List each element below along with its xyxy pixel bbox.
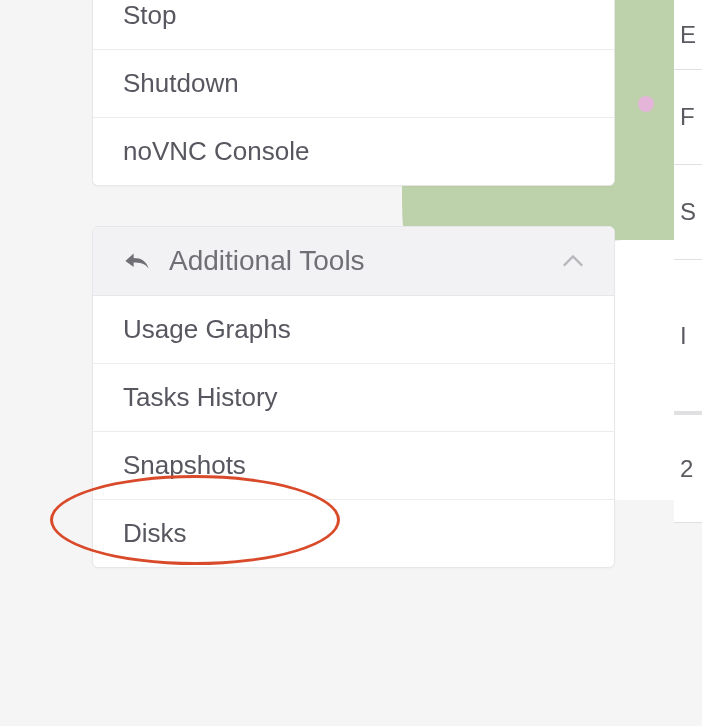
right-row: I <box>674 260 702 415</box>
right-row: 2 <box>674 415 702 523</box>
action-item-label: Shutdown <box>123 68 239 98</box>
additional-tools-panel: Additional Tools Usage Graphs Tasks Hist… <box>92 226 615 568</box>
action-item-label: noVNC Console <box>123 136 309 166</box>
right-row-text: E <box>680 21 696 49</box>
tool-item-label: Snapshots <box>123 450 246 480</box>
right-row: F <box>674 70 702 165</box>
additional-tools-header[interactable]: Additional Tools <box>93 227 614 296</box>
action-item-label: Stop <box>123 0 177 30</box>
additional-tools-title: Additional Tools <box>169 245 365 277</box>
right-row: S <box>674 165 702 260</box>
reply-icon <box>123 249 151 273</box>
right-row: E <box>674 0 702 70</box>
tool-item-disks[interactable]: Disks <box>93 500 614 567</box>
tool-item-usage-graphs[interactable]: Usage Graphs <box>93 296 614 364</box>
action-item-novnc-console[interactable]: noVNC Console <box>93 118 614 185</box>
right-column-partial: E F S I 2 <box>674 0 702 726</box>
tool-item-label: Disks <box>123 518 187 548</box>
action-item-shutdown[interactable]: Shutdown <box>93 50 614 118</box>
tool-item-label: Usage Graphs <box>123 314 291 344</box>
right-row-text: F <box>680 103 695 131</box>
sidebar-panels: Stop Shutdown noVNC Console Additional T… <box>0 0 702 568</box>
right-row-text: 2 <box>680 455 693 483</box>
action-item-stop[interactable]: Stop <box>93 0 614 50</box>
right-row-text: I <box>680 322 687 350</box>
tool-item-snapshots[interactable]: Snapshots <box>93 432 614 500</box>
chevron-up-icon <box>562 254 584 268</box>
right-row-text: S <box>680 198 696 226</box>
actions-panel: Stop Shutdown noVNC Console <box>92 0 615 186</box>
tool-item-label: Tasks History <box>123 382 278 412</box>
tool-item-tasks-history[interactable]: Tasks History <box>93 364 614 432</box>
